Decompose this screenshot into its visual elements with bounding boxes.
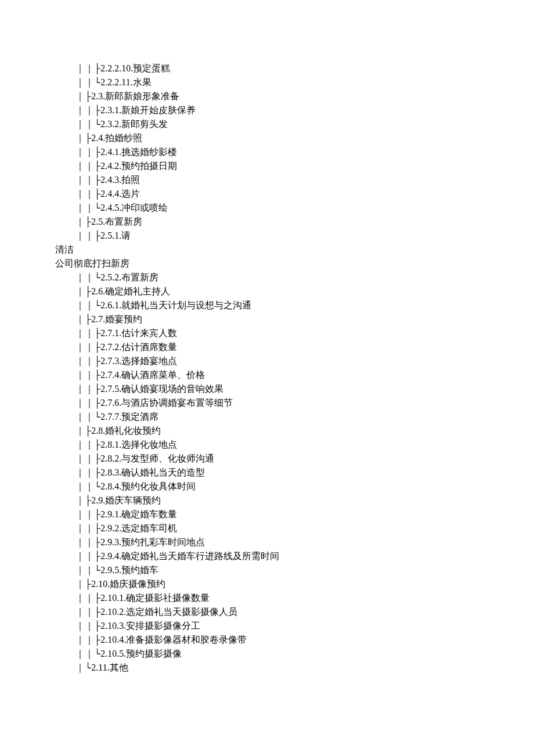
outline-line: ｜｜├2.7.2.估计酒席数量 — [75, 340, 511, 354]
outline-line: ｜｜└2.8.4.预约化妆具体时间 — [75, 480, 511, 494]
outline-line: ｜｜├2.4.3.拍照 — [75, 173, 511, 187]
outline-line: 清洁 — [55, 243, 511, 257]
outline-line: ｜｜└2.6.1.就婚礼当天计划与设想与之沟通 — [75, 298, 511, 312]
outline-line: ｜｜├2.8.2.与发型师、化妆师沟通 — [75, 452, 511, 466]
outline-line: ｜｜└2.10.5.预约摄影摄像 — [75, 647, 511, 661]
outline-line: ｜｜├2.10.3.安排摄影摄像分工 — [75, 619, 511, 633]
outline-line: ｜├2.7.婚宴预约 — [75, 312, 511, 326]
document-body: ｜｜├2.2.2.10.预定蛋糕 ｜｜└2.2.2.11.水果 ｜├2.3.新郎… — [0, 0, 534, 675]
outline-line: ｜｜└2.3.2.新郎剪头发 — [75, 117, 511, 131]
outline-line: 公司彻底打扫新房 — [55, 257, 511, 271]
outline-line: ｜｜├2.7.4.确认酒席菜单、价格 — [75, 368, 511, 382]
outline-line: ｜｜└2.7.7.预定酒席 — [75, 410, 511, 424]
outline-line: ｜｜├2.9.1.确定婚车数量 — [75, 507, 511, 521]
outline-line: ｜｜├2.5.1.请 — [75, 229, 511, 243]
outline-line: ｜├2.5.布置新房 — [75, 215, 511, 229]
outline-line: ｜｜└2.5.2.布置新房 — [75, 271, 511, 285]
outline-line: ｜└2.11.其他 — [75, 661, 511, 675]
outline-line: ｜├2.10.婚庆摄像预约 — [75, 577, 511, 591]
outline-line: ｜｜├2.4.4.选片 — [75, 187, 511, 201]
outline-line: ｜｜└2.4.5.冲印或喷绘 — [75, 201, 511, 215]
outline-line: ｜├2.3.新郎新娘形象准备 — [75, 89, 511, 103]
outline-line: ｜├2.4.拍婚纱照 — [75, 131, 511, 145]
outline-line: ｜｜├2.9.3.预约扎彩车时间地点 — [75, 535, 511, 549]
outline-line: ｜｜├2.8.1.选择化妆地点 — [75, 438, 511, 452]
outline-line: ｜｜├2.7.5.确认婚宴现场的音响效果 — [75, 382, 511, 396]
outline-line: ｜├2.8.婚礼化妆预约 — [75, 424, 511, 438]
outline-line: ｜｜└2.2.2.11.水果 — [75, 75, 511, 89]
outline-line: ｜｜├2.10.4.准备摄影像器材和胶卷录像带 — [75, 633, 511, 647]
outline-line: ｜｜├2.2.2.10.预定蛋糕 — [75, 62, 511, 75]
outline-line: ｜｜├2.7.3.选择婚宴地点 — [75, 354, 511, 368]
outline-line: ｜｜├2.3.1.新娘开始皮肤保养 — [75, 103, 511, 117]
outline-line: ｜｜├2.10.2.选定婚礼当天摄影摄像人员 — [75, 605, 511, 619]
outline-line: ｜├2.6.确定婚礼主持人 — [75, 285, 511, 298]
outline-line: ｜｜├2.4.2.预约拍摄日期 — [75, 159, 511, 173]
outline-line: ｜├2.9.婚庆车辆预约 — [75, 494, 511, 507]
outline-line: ｜｜└2.9.5.预约婚车 — [75, 563, 511, 577]
outline-line: ｜｜├2.7.6.与酒店协调婚宴布置等细节 — [75, 396, 511, 410]
outline-line: ｜｜├2.7.1.估计来宾人数 — [75, 326, 511, 340]
outline-line: ｜｜├2.9.2.选定婚车司机 — [75, 521, 511, 535]
outline-line: ｜｜├2.8.3.确认婚礼当天的造型 — [75, 466, 511, 480]
outline-line: ｜｜├2.10.1.确定摄影社摄像数量 — [75, 591, 511, 605]
outline-line: ｜｜├2.9.4.确定婚礼当天婚车行进路线及所需时间 — [75, 549, 511, 563]
outline-line: ｜｜├2.4.1.挑选婚纱影楼 — [75, 145, 511, 159]
